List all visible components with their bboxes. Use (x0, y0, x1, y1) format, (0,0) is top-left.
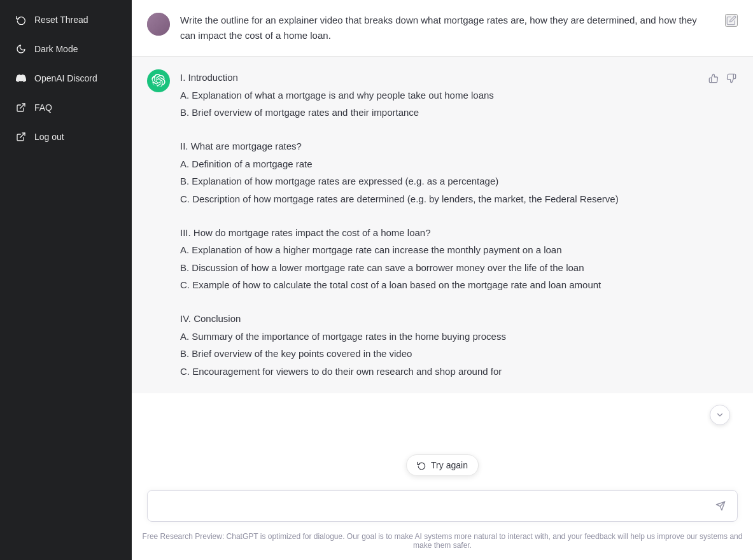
assistant-line: III. How do mortgage rates impact the co… (180, 225, 697, 241)
thumbs-up-button[interactable] (707, 72, 720, 87)
chat-input[interactable] (155, 498, 712, 514)
discord-icon (15, 73, 27, 84)
assistant-message-text: I. IntroductionA. Explanation of what a … (180, 69, 697, 379)
sidebar-item-openai-discord[interactable]: OpenAI Discord (5, 65, 127, 92)
assistant-message: I. IntroductionA. Explanation of what a … (132, 57, 753, 393)
assistant-line: B. Discussion of how a lower mortgage ra… (180, 260, 697, 276)
svg-line-1 (20, 133, 25, 137)
assistant-line: B. Brief overview of mortgage rates and … (180, 104, 697, 121)
svg-line-0 (20, 104, 25, 108)
footer-text: Free Research Preview: ChatGPT is optimi… (143, 532, 743, 550)
footer: Free Research Preview: ChatGPT is optimi… (132, 527, 753, 560)
sidebar-item-dark-mode[interactable]: Dark Mode (5, 36, 127, 62)
assistant-line: B. Brief overview of the key points cove… (180, 346, 697, 362)
assistant-line: I. Introduction (180, 69, 697, 86)
assistant-line: IV. Conclusion (180, 311, 697, 327)
assistant-line: A. Explanation of what a mortgage is and… (180, 87, 697, 104)
assistant-line: B. Explanation of how mortgage rates are… (180, 173, 697, 190)
assistant-line: A. Definition of a mortgage rate (180, 156, 697, 172)
assistant-line: II. What are mortgage rates? (180, 138, 697, 155)
assistant-line: C. Encouragement for viewers to do their… (180, 363, 697, 380)
sidebar-item-reset-thread[interactable]: Reset Thread (5, 6, 127, 33)
try-again-tooltip[interactable]: Try again (406, 454, 479, 476)
main-content: Write the outline for an explainer video… (132, 0, 753, 560)
input-area (132, 482, 753, 527)
send-button[interactable] (712, 497, 729, 515)
user-avatar (147, 13, 170, 36)
assistant-line: C. Description of how mortgage rates are… (180, 191, 697, 207)
reset-icon (15, 14, 27, 25)
assistant-line: C. Example of how to calculate the total… (180, 277, 697, 293)
try-again-label: Try again (431, 460, 468, 470)
sidebar-item-label: FAQ (34, 102, 52, 113)
send-icon (715, 501, 726, 511)
sidebar-item-faq[interactable]: FAQ (5, 94, 127, 121)
refresh-icon (417, 461, 426, 470)
edit-message-button[interactable] (725, 14, 738, 27)
assistant-message-body: I. IntroductionA. Explanation of what a … (180, 69, 697, 381)
sidebar-item-label: Log out (34, 132, 64, 142)
assistant-line: A. Explanation of how a higher mortgage … (180, 242, 697, 258)
thumbs-down-button[interactable] (725, 72, 738, 87)
user-message-text: Write the outline for an explainer video… (180, 13, 715, 43)
feedback-buttons (707, 72, 738, 87)
logout-icon (15, 131, 27, 143)
moon-icon (15, 43, 27, 55)
assistant-line: A. Summary of the importance of mortgage… (180, 328, 697, 345)
input-wrapper (147, 490, 738, 522)
sidebar-item-label: Reset Thread (34, 15, 88, 25)
sidebar-item-label: OpenAI Discord (34, 73, 97, 83)
user-message: Write the outline for an explainer video… (132, 0, 753, 57)
scroll-down-button[interactable] (710, 405, 730, 425)
sidebar: Reset Thread Dark Mode OpenAI Discord FA… (0, 0, 132, 560)
sidebar-item-label: Dark Mode (34, 44, 78, 54)
chat-area: Write the outline for an explainer video… (132, 0, 753, 482)
assistant-avatar (147, 69, 170, 92)
chevron-down-icon (715, 410, 724, 419)
sidebar-item-logout[interactable]: Log out (5, 123, 127, 150)
external-link-icon (15, 102, 27, 113)
